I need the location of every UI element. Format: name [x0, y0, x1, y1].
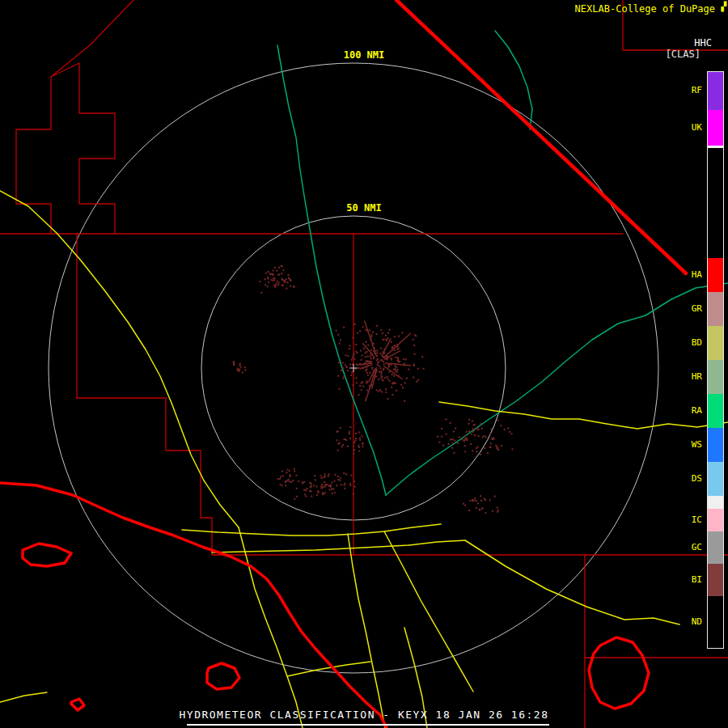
radar-echo: [280, 476, 281, 477]
colorbar-labels: RFUKHAGRBDHRRAWSDSICGCBIND: [679, 71, 702, 647]
radar-echo: [380, 329, 382, 331]
radar-echo: [381, 360, 383, 362]
radar-echo: [380, 348, 382, 349]
radar-echo: [472, 421, 473, 422]
radar-echo: [237, 368, 239, 370]
radar-echo: [311, 496, 312, 497]
radar-echo: [464, 451, 466, 452]
radar-echo: [452, 442, 454, 444]
radar-echo: [287, 281, 289, 283]
radar-echo: [334, 492, 336, 493]
radar-echo: [452, 438, 454, 440]
colorbar-segment-ic: [708, 509, 723, 531]
radar-echo: [396, 357, 397, 358]
radar-echo: [290, 286, 291, 287]
radar-echo: [309, 482, 311, 484]
radar-echo: [328, 485, 330, 487]
radar-echo: [239, 369, 240, 370]
radar-echo: [413, 345, 415, 346]
radar-echo: [442, 445, 444, 447]
radar-echo: [282, 285, 284, 286]
colorbar-scale: [707, 71, 724, 649]
radar-echo: [278, 267, 280, 269]
radar-echo: [350, 475, 352, 476]
radar-echo: [353, 384, 354, 386]
radar-echo: [339, 343, 341, 345]
radar-echo: [359, 439, 361, 441]
radar-echo: [379, 353, 381, 354]
radar-echo: [473, 430, 475, 432]
radar-echo: [372, 332, 374, 333]
radar-echo: [396, 366, 397, 368]
radar-echo: [345, 354, 346, 356]
radar-echo: [344, 488, 345, 489]
radar-echo: [403, 358, 404, 360]
radar-echo: [344, 485, 345, 486]
radar-echo: [392, 374, 393, 375]
radar-echo: [455, 428, 456, 430]
radar-echo: [285, 485, 286, 486]
radar-echo: [355, 344, 357, 345]
map-canvas[interactable]: 50 NMI100 NMI: [0, 0, 728, 728]
radar-echo: [233, 364, 235, 366]
radar-echo: [438, 442, 440, 443]
colorbar-segment-gc: [708, 531, 723, 564]
radar-echo: [395, 368, 396, 370]
radar-echo: [265, 284, 266, 286]
radar-echo: [296, 475, 298, 476]
radar-echo: [466, 439, 468, 441]
radar-echo: [450, 422, 451, 424]
radar-echo: [345, 366, 347, 368]
radar-echo: [316, 494, 318, 496]
county-borders: [51, 63, 115, 234]
radar-echo: [482, 437, 484, 438]
radar-echo: [398, 348, 400, 349]
radar-echo: [349, 438, 351, 439]
radar-echo: [347, 446, 349, 447]
major-roads-layer: [0, 483, 649, 728]
rivers: [277, 45, 386, 495]
radar-echo: [387, 337, 389, 339]
radar-echo: [341, 484, 342, 485]
radar-echo: [481, 508, 483, 510]
radar-echo: [281, 485, 283, 486]
radar-echo: [321, 477, 323, 479]
radar-echo: [464, 439, 466, 441]
radar-echo: [387, 332, 389, 334]
radar-echo: [349, 433, 350, 434]
radar-echo: [391, 359, 392, 361]
colorbar-segment-ws: [708, 428, 723, 462]
radar-echo: [296, 488, 298, 489]
radar-echo: [485, 436, 487, 438]
radar-echo: [302, 481, 303, 483]
radar-echo-streak: [366, 369, 377, 402]
radar-echo: [282, 475, 284, 476]
radar-echo: [474, 497, 476, 499]
radar-echo: [353, 358, 355, 360]
radar-echo: [239, 363, 241, 365]
radar-echo: [353, 355, 354, 357]
radar-echo: [370, 334, 372, 336]
radar-echo: [287, 469, 289, 471]
radar-echo: [370, 358, 372, 359]
radar-echo: [474, 434, 476, 436]
radar-echo: [472, 428, 474, 430]
radar-echo: [281, 265, 282, 267]
radar-echo: [490, 447, 492, 448]
radar-echo: [276, 270, 277, 272]
radar-echo: [336, 439, 338, 441]
radar-echo: [468, 423, 470, 425]
radar-echo: [336, 485, 337, 486]
radar-echo: [473, 424, 475, 425]
highways: [0, 692, 47, 702]
radar-echo: [376, 325, 378, 327]
radar-echo: [267, 277, 269, 278]
radar-echo: [362, 435, 363, 437]
radar-echo: [355, 438, 357, 439]
radar-echo: [339, 388, 341, 390]
radar-echo: [365, 356, 366, 358]
radar-echo: [400, 384, 402, 386]
radar-echo: [313, 485, 315, 486]
colorbar-segment: [708, 496, 723, 509]
radar-echo: [366, 390, 368, 392]
